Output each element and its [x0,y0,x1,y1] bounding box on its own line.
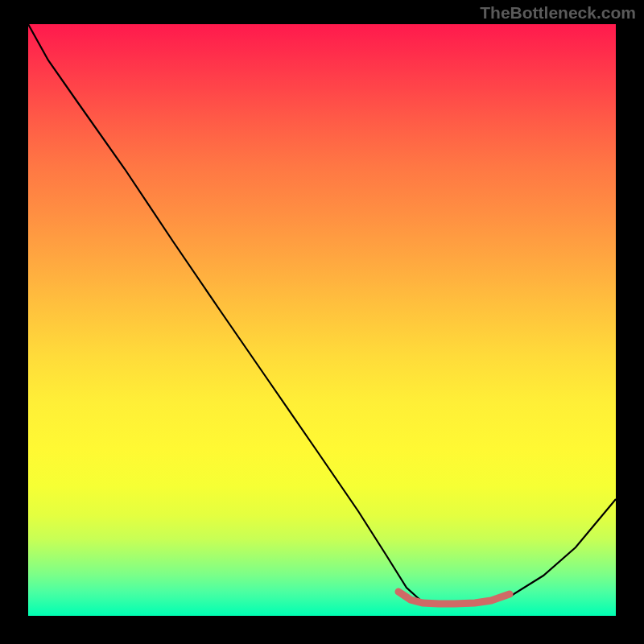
bottleneck-curve-path [28,24,616,604]
highlight-segment-path [398,592,510,604]
chart-svg [28,24,616,616]
chart-plot-area [28,24,616,616]
watermark-text: TheBottleneck.com [480,3,636,23]
